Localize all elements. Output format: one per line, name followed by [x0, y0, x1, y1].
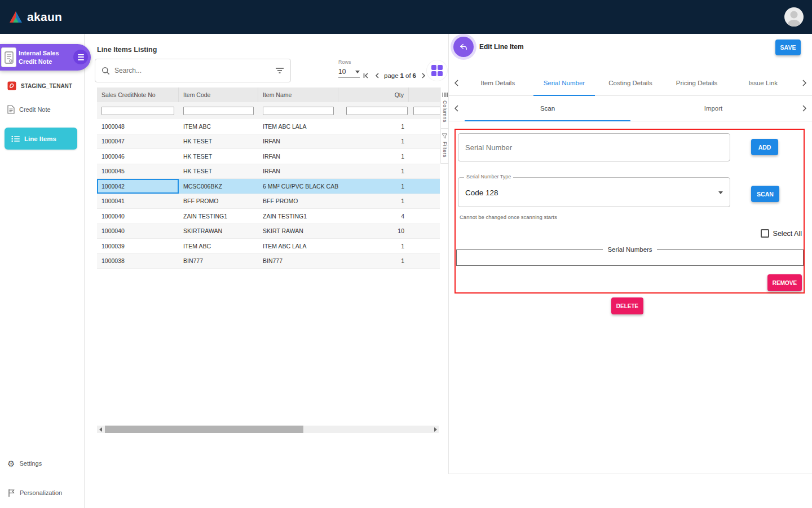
table-cell[interactable]: 1000038 [97, 254, 179, 269]
table-cell[interactable]: IRFAN [258, 149, 338, 164]
save-button[interactable]: SAVE [775, 40, 801, 55]
next-page-button[interactable] [419, 71, 427, 80]
table-cell[interactable]: 1000047 [97, 134, 179, 149]
table-cell[interactable]: BFF PROMO [258, 194, 338, 209]
table-cell[interactable]: 1 [338, 164, 409, 179]
subtabs-scroll-right[interactable] [796, 96, 812, 121]
scroll-right-arrow[interactable] [432, 426, 439, 433]
sidebar-item-personalization[interactable]: Personalization [0, 485, 85, 500]
table-cell[interactable]: IRFAN [258, 134, 338, 149]
add-button[interactable]: ADD [751, 139, 778, 155]
table-row[interactable]: 1000042MCSC006BKZ6 MM² CU/PVC BLACK CABL… [97, 179, 440, 194]
table-cell[interactable]: BIN777 [179, 254, 258, 269]
sidebar-item-line-items[interactable]: Line Items [5, 128, 77, 150]
table-cell[interactable] [409, 194, 440, 209]
tabs-scroll-right[interactable] [796, 70, 812, 95]
table-row[interactable]: 1000047HK TESETIRFAN1 [97, 134, 440, 150]
table-row[interactable]: 1000039ITEM ABCITEM ABC LALA1 [97, 239, 440, 254]
user-avatar[interactable] [784, 7, 804, 27]
table-cell[interactable] [409, 209, 440, 224]
table-cell[interactable]: BFF PROMO [179, 194, 258, 209]
table-cell[interactable]: HK TESET [179, 164, 258, 179]
table-cell[interactable]: 1000040 [97, 224, 179, 239]
column-header-item-code[interactable]: Item Code [179, 87, 258, 102]
column-filter-input[interactable] [102, 107, 174, 115]
column-header-extra[interactable] [409, 87, 440, 102]
table-cell[interactable]: 10 [338, 224, 409, 239]
serial-number-input[interactable] [465, 143, 723, 152]
column-filter-input[interactable] [346, 107, 408, 115]
table-cell[interactable] [409, 149, 440, 164]
table-cell[interactable] [409, 254, 440, 269]
table-cell[interactable]: 1000040 [97, 209, 179, 224]
search-input[interactable] [114, 67, 271, 75]
table-cell[interactable]: 1000041 [97, 194, 179, 209]
tab-serial-number[interactable]: Serial Number [531, 70, 598, 95]
table-row[interactable]: 1000045HK TESETIRFAN1 [97, 164, 440, 179]
table-cell[interactable]: 1 [338, 149, 409, 164]
subtabs-scroll-left[interactable] [449, 96, 465, 121]
table-cell[interactable]: 1000046 [97, 149, 179, 164]
table-cell[interactable] [409, 134, 440, 149]
table-cell[interactable]: BIN777 [258, 254, 338, 269]
column-header-item-name[interactable]: Item Name [258, 87, 338, 102]
table-cell[interactable]: 1 [338, 254, 409, 269]
first-page-button[interactable] [361, 71, 370, 80]
select-all-checkbox[interactable] [761, 229, 769, 238]
table-cell[interactable]: ITEM ABC [179, 239, 258, 253]
tab-costing-details[interactable]: Costing Details [597, 70, 664, 95]
table-cell[interactable]: SKIRT RAWAN [258, 224, 338, 239]
table-cell[interactable]: 1 [338, 119, 409, 134]
delete-button[interactable]: DELETE [611, 297, 643, 314]
table-cell[interactable]: 1 [338, 239, 409, 253]
table-row[interactable]: 1000046HK TESETIRFAN1 [97, 149, 440, 164]
columns-tool[interactable]: Columns [441, 87, 448, 129]
table-cell[interactable] [409, 224, 440, 239]
scan-button[interactable]: SCAN [751, 186, 779, 202]
table-cell[interactable]: ITEM ABC LALA [258, 119, 338, 134]
sidebar-item-credit-note[interactable]: Credit Note [0, 102, 85, 117]
table-cell[interactable]: MCSC006BKZ [179, 179, 258, 194]
column-filter-input[interactable] [413, 107, 440, 115]
table-cell[interactable]: 1 [338, 179, 409, 194]
table-cell[interactable] [409, 179, 440, 194]
sidebar-item-settings[interactable]: ⚙ Settings [0, 456, 85, 471]
module-menu-button[interactable] [73, 50, 88, 64]
filters-tool[interactable]: Filters [441, 129, 448, 164]
select-all-control[interactable]: Select All [761, 229, 802, 238]
tab-pricing-details[interactable]: Pricing Details [664, 70, 730, 95]
table-row[interactable]: 1000048ITEM ABCITEM ABC LALA1 [97, 119, 440, 134]
table-cell[interactable]: ZAIN TESTING1 [179, 209, 258, 224]
table-cell[interactable]: 1000045 [97, 164, 179, 179]
previous-page-button[interactable] [373, 71, 381, 80]
table-cell[interactable]: 6 MM² CU/PVC BLACK CABLE 1... [258, 179, 338, 194]
tabs-scroll-left[interactable] [449, 70, 465, 95]
table-row[interactable]: 1000040SKIRTRAWANSKIRT RAWAN10 [97, 224, 440, 239]
table-cell[interactable]: SKIRTRAWAN [179, 224, 258, 239]
table-row[interactable]: 1000041BFF PROMOBFF PROMO1 [97, 194, 440, 209]
table-cell[interactable] [409, 164, 440, 179]
table-cell[interactable]: 1000039 [97, 239, 179, 253]
remove-button[interactable]: REMOVE [767, 274, 802, 291]
table-cell[interactable]: 1 [338, 194, 409, 209]
sidebar-item-tenant[interactable]: STAGING_TENANT [0, 78, 85, 93]
back-button[interactable] [453, 37, 474, 57]
serial-number-type-select[interactable]: Serial Number Type Code 128 [458, 177, 730, 207]
rows-per-page-select[interactable]: 10 [338, 68, 360, 78]
table-cell[interactable]: ITEM ABC [179, 119, 258, 134]
table-cell[interactable]: IRFAN [258, 164, 338, 179]
table-row[interactable]: 1000038BIN777BIN7771 [97, 254, 440, 269]
column-layout-button[interactable] [427, 60, 447, 81]
tab-item-details[interactable]: Item Details [465, 70, 531, 95]
table-cell[interactable] [409, 119, 440, 134]
subtab-import[interactable]: Import [630, 96, 796, 121]
table-cell[interactable]: 1000048 [97, 119, 179, 134]
column-header-qty[interactable]: Qty [338, 87, 409, 102]
horizontal-scrollbar[interactable] [97, 426, 439, 433]
column-header-sales-creditnote-no[interactable]: Sales CreditNote No [97, 87, 179, 102]
table-cell[interactable] [409, 239, 440, 253]
column-filter-input[interactable] [183, 107, 254, 115]
filter-list-icon[interactable] [275, 67, 284, 75]
tab-issue-link[interactable]: Issue Link [730, 70, 796, 95]
table-cell[interactable]: HK TESET [179, 134, 258, 149]
